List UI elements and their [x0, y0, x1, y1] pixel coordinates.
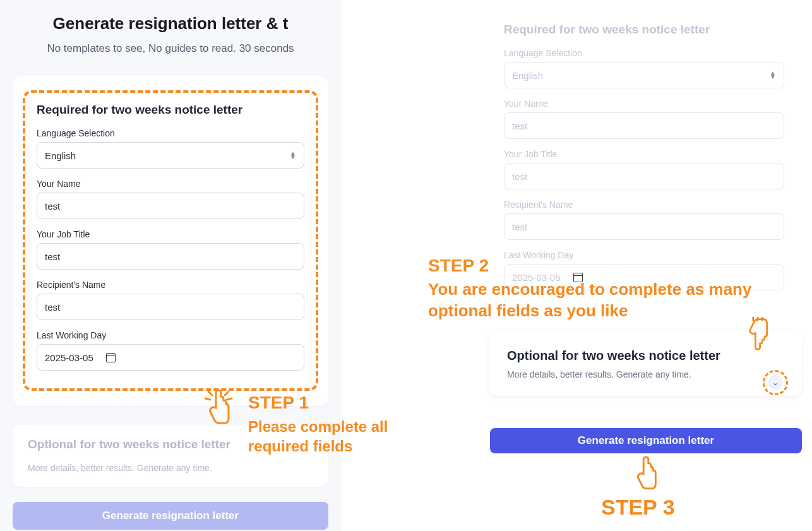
recipient-value-right: test — [512, 222, 527, 232]
optional-title-right: Optional for two weeks notice letter — [507, 349, 784, 363]
recipient-label: Recipient's Name — [37, 280, 304, 290]
job-title-label: Your Job Title — [37, 229, 304, 239]
your-name-input[interactable]: test — [37, 193, 304, 219]
your-name-input-right[interactable]: test — [504, 112, 784, 139]
page-subtitle: No templates to see, No guides to read. … — [0, 42, 341, 55]
page-title: Generate resignation letter & t — [0, 14, 341, 33]
required-section-title-right: Required for two weeks notice letter — [504, 23, 784, 37]
language-select[interactable]: English ▲▼ — [37, 142, 304, 169]
language-label-right: Language Selection — [504, 48, 784, 58]
select-chevron-icon: ▲▼ — [290, 152, 296, 159]
last-day-label: Last Working Day — [37, 330, 304, 340]
generate-button-left[interactable]: Generate resignation letter — [13, 502, 328, 530]
language-value-right: English — [512, 70, 543, 81]
step1-text: Please complete all required fields — [248, 417, 412, 456]
optional-card-right[interactable]: Optional for two weeks notice letter Mor… — [489, 331, 802, 396]
your-name-label: Your Name — [37, 179, 304, 189]
step3-label: STEP 3 — [601, 495, 675, 520]
job-title-input[interactable]: test — [37, 243, 304, 270]
pointer-hand-icon — [631, 456, 660, 491]
recipient-input[interactable]: test — [37, 294, 304, 320]
calendar-icon — [106, 353, 116, 362]
last-day-label-right: Last Working Day — [504, 250, 784, 260]
job-title-label-right: Your Job Title — [504, 149, 784, 159]
optional-subtitle-left: More details, better results. Generate a… — [28, 463, 313, 473]
recipient-label-right: Recipient's Name — [504, 200, 784, 210]
pointer-hand-icon — [203, 389, 234, 426]
generate-button-right[interactable]: Generate resignation letter — [490, 428, 802, 453]
required-card: Required for two weeks notice letter Lan… — [13, 76, 328, 406]
step2-text: You are encouraged to complete as many o… — [428, 279, 782, 322]
chevron-down-icon: ⌄ — [772, 378, 779, 387]
job-title-value-right: test — [512, 171, 527, 182]
required-section-title: Required for two weeks notice letter — [37, 103, 304, 117]
last-day-input[interactable]: 2025-03-05 — [37, 344, 304, 371]
job-title-value: test — [45, 251, 60, 262]
expand-highlight-circle: ⌄ — [763, 370, 788, 395]
language-label: Language Selection — [37, 128, 304, 138]
select-chevron-icon: ▲▼ — [770, 71, 776, 79]
language-select-right[interactable]: English ▲▼ — [504, 62, 784, 88]
language-value: English — [45, 150, 76, 161]
step1-label: STEP 1 — [248, 393, 309, 413]
your-name-value-right: test — [512, 121, 527, 131]
required-highlight-border: Required for two weeks notice letter Lan… — [23, 90, 318, 391]
pointer-hand-icon — [744, 317, 772, 351]
required-card-right: Required for two weeks notice letter Lan… — [486, 6, 802, 302]
your-name-value: test — [45, 201, 60, 212]
recipient-input-right[interactable]: test — [504, 213, 784, 240]
last-day-value: 2025-03-05 — [45, 352, 93, 363]
step2-label: STEP 2 — [428, 256, 489, 276]
recipient-value: test — [45, 302, 60, 313]
job-title-input-right[interactable]: test — [504, 163, 784, 189]
optional-subtitle-right: More details, better results. Generate a… — [507, 369, 784, 379]
your-name-label-right: Your Name — [504, 98, 784, 109]
expand-button[interactable]: ⌄ — [768, 375, 783, 390]
